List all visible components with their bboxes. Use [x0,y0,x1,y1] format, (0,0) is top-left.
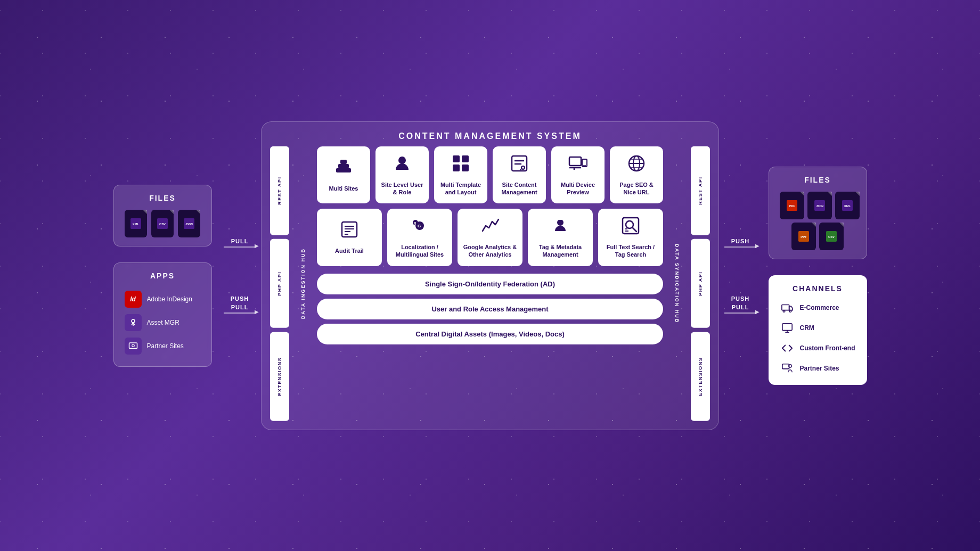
partner-sites-left-label: Partner Sites [147,342,184,350]
svg-rect-14 [338,164,349,168]
multi-sites-label: Multi Sites [329,185,358,192]
svg-line-51 [632,227,636,232]
multi-template-card: Multi Template and Layout [434,146,487,204]
audit-trail-card: Audit Trail [317,209,382,266]
person-monitor-icon [780,361,795,376]
right-arrows: PUSH ▶ PUSH PULL ▶ [719,238,762,314]
multi-device-label: Multi Device Preview [556,181,600,196]
json-right-icon: JSON [807,192,832,219]
diagram-wrapper: FILES XML CSV JSON APPS Id Adobe InDesig… [107,100,873,451]
cms-title: CONTENT MANAGEMENT SYSTEM [262,122,718,146]
data-syndication-hub-container: DATA SYNDICATION HUB [669,146,684,421]
push-pull-line-left: ▶ [224,312,256,314]
custom-frontend-channel: Custom Front-end [780,341,856,356]
php-api-right: PHP API [691,239,710,328]
left-side: FILES XML CSV JSON APPS Id Adobe InDesig… [107,185,218,367]
partner-sites-right-label: Partner Sites [800,365,839,372]
channels-list: E-Commerce CRM [780,300,856,376]
svg-point-16 [398,157,406,164]
left-strips: REST API PHP API EXTENSIONS [270,146,289,421]
ecommerce-label: E-Commerce [800,304,839,311]
app-asset-mgr: Asset MGR [125,311,201,334]
tag-metadata-label: Tag & Metadata Management [532,243,589,259]
push-pull-arrow-right: PUSH PULL ▶ [719,295,762,314]
push-pull-line-right: ▶ [724,312,756,314]
site-content-mgmt-card: Site Content Management [493,146,546,204]
pdf-icon: PDF [780,192,804,219]
user-role-btn: User and Role Access Management [317,299,663,319]
csv-right-icon: CSV [819,223,844,250]
crm-label: CRM [800,324,814,332]
multi-device-card: Multi Device Preview [551,146,605,204]
svg-point-66 [789,310,791,312]
site-level-icon [393,154,412,177]
audit-trail-icon [340,220,359,243]
svg-point-46 [557,219,564,226]
push-label-left: PUSH [231,295,249,302]
svg-rect-18 [462,155,469,162]
svg-point-65 [783,310,785,312]
svg-rect-13 [336,168,351,172]
analytics-label: Google Analytics & Other Analytics [462,243,518,259]
right-side: FILES PDF JSON XML PPT CSV [762,167,873,385]
multi-template-icon [451,154,470,177]
svg-text:CSV: CSV [159,223,166,226]
pull-arrow: PULL ▶ [218,238,261,248]
full-text-search-card: Full Text Search / Tag Search [598,209,663,266]
partner-sites-channel: Partner Sites [780,361,856,376]
svg-rect-67 [782,323,791,330]
data-syndication-hub-label: DATA SYNDICATION HUB [674,244,680,323]
channels-title: CHANNELS [780,284,856,293]
right-files-title: FILES [780,176,856,184]
push-line-right: ▶ [724,246,756,248]
channels-box: CHANNELS E-Commerce [769,275,867,385]
page-seo-icon [627,154,646,177]
svg-point-6 [132,319,135,323]
left-apps-box: APPS Id Adobe InDesign Asset MGR Partner… [113,262,212,367]
svg-rect-64 [781,305,789,310]
data-ingestion-hub-container: DATA INGESTION HUB [296,146,311,421]
left-apps-title: APPS [125,272,201,280]
pull-label-2: PULL [231,304,249,310]
svg-text:JSON: JSON [816,204,823,208]
extensions-left: EXTENSIONS [270,332,289,421]
right-strips: REST API PHP API EXTENSIONS [691,146,710,421]
svg-text:g: g [414,221,416,225]
xml-file-icon: XML [125,210,147,237]
custom-frontend-label: Custom Front-end [800,344,855,352]
multi-template-label: Multi Template and Layout [438,181,483,196]
pull-label: PULL [231,238,249,244]
xml-right-icon: XML [835,192,860,219]
extensions-right: EXTENSIONS [691,332,710,421]
page-seo-card: Page SEO & Nice URL [610,146,663,204]
svg-point-11 [132,344,134,347]
partner-sites-left-icon [125,338,142,355]
page-seo-label: Page SEO & Nice URL [614,181,659,196]
full-text-search-icon [621,216,640,239]
right-file-row2: PPT CSV [780,223,856,250]
sso-btn: Single Sign-On/Identity Federation (AD) [317,274,663,294]
site-content-label: Site Content Management [497,181,542,196]
svg-rect-20 [462,165,469,171]
extension-rows: Single Sign-On/Identity Federation (AD) … [317,274,663,344]
app-partner-sites: Partner Sites [125,334,201,358]
svg-rect-15 [340,160,347,164]
svg-rect-47 [558,218,562,220]
localization-card: G g Localization / Multilingual Sites [387,209,452,266]
tag-metadata-card: Tag & Metadata Management [528,209,593,266]
indesign-icon: Id [125,291,142,308]
svg-text:PPT: PPT [801,235,807,239]
crm-channel: CRM [780,320,856,335]
asset-mgr-icon [125,314,142,331]
svg-text:CSV: CSV [828,235,835,239]
tag-metadata-icon [551,216,570,239]
analytics-card: Google Analytics & Other Analytics [458,209,522,266]
top-features: Multi Sites Site Level User & Role [317,146,663,204]
rest-api-right: REST API [691,146,710,235]
svg-rect-17 [453,155,460,162]
right-files-box: FILES PDF JSON XML PPT CSV [769,167,867,259]
left-files-title: FILES [125,194,201,202]
json-file-icon: JSON [178,210,200,237]
left-arrows: PULL ▶ PUSH PULL ▶ [218,238,261,314]
left-files-box: FILES XML CSV JSON [113,185,212,246]
